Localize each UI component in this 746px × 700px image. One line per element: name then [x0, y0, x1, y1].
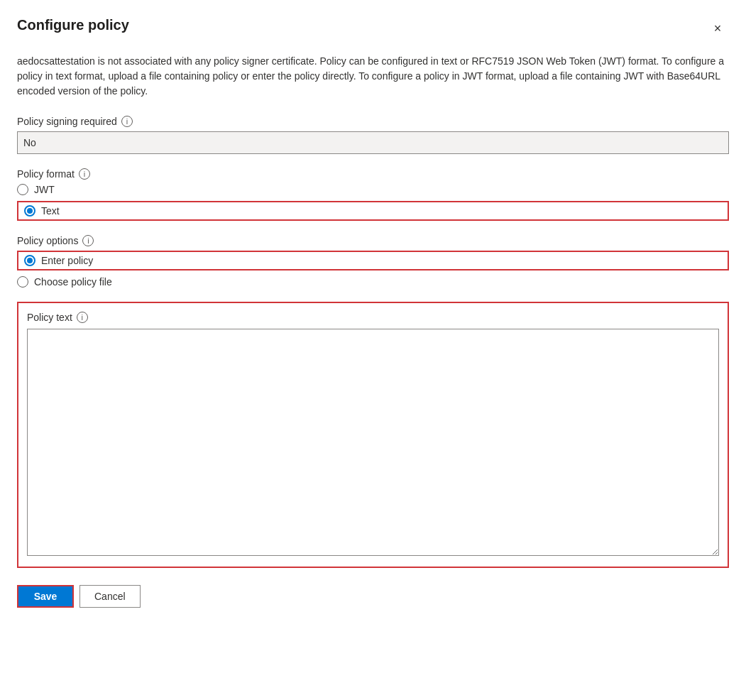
description-text: aedocsattestation is not associated with…: [17, 54, 729, 99]
policy-options-choose-file-radio[interactable]: [17, 276, 28, 288]
configure-policy-dialog: Configure policy × aedocsattestation is …: [0, 0, 746, 700]
policy-signing-section: Policy signing required i No: [17, 116, 729, 154]
policy-text-section: Policy text i: [17, 302, 729, 568]
policy-signing-label: Policy signing required i: [17, 116, 729, 127]
policy-options-enter-policy-option[interactable]: Enter policy: [17, 251, 729, 270]
dialog-title: Configure policy: [17, 17, 129, 33]
button-row: Save Cancel: [17, 585, 729, 608]
dialog-header: Configure policy ×: [17, 17, 729, 40]
save-button[interactable]: Save: [17, 585, 74, 608]
policy-format-section: Policy format i JWT Text: [17, 168, 729, 221]
policy-format-jwt-radio[interactable]: [17, 184, 28, 195]
policy-signing-info-icon[interactable]: i: [121, 116, 133, 127]
policy-text-label: Policy text i: [27, 312, 719, 323]
policy-text-info-icon[interactable]: i: [77, 312, 88, 323]
policy-format-label: Policy format i: [17, 168, 729, 180]
policy-options-choose-file-label: Choose policy file: [34, 276, 112, 288]
policy-text-input[interactable]: [27, 329, 719, 556]
policy-format-jwt-label: JWT: [34, 184, 55, 195]
policy-format-text-radio[interactable]: [24, 205, 35, 217]
policy-options-info-icon[interactable]: i: [82, 235, 94, 246]
policy-options-label: Policy options i: [17, 235, 729, 246]
policy-options-section: Policy options i Enter policy Choose pol…: [17, 235, 729, 288]
policy-options-choose-file-option[interactable]: Choose policy file: [17, 276, 729, 288]
close-button[interactable]: ×: [706, 17, 729, 40]
policy-options-enter-policy-radio[interactable]: [24, 255, 35, 266]
policy-format-text-label: Text: [41, 205, 60, 217]
policy-options-radio-group: Enter policy Choose policy file: [17, 251, 729, 288]
policy-format-info-icon[interactable]: i: [79, 168, 90, 180]
policy-format-radio-group: JWT Text: [17, 184, 729, 221]
policy-format-text-option[interactable]: Text: [17, 201, 729, 221]
policy-format-jwt-option[interactable]: JWT: [17, 184, 729, 195]
policy-signing-dropdown[interactable]: No: [17, 131, 729, 154]
policy-options-enter-policy-label: Enter policy: [41, 255, 93, 266]
cancel-button[interactable]: Cancel: [79, 585, 141, 608]
